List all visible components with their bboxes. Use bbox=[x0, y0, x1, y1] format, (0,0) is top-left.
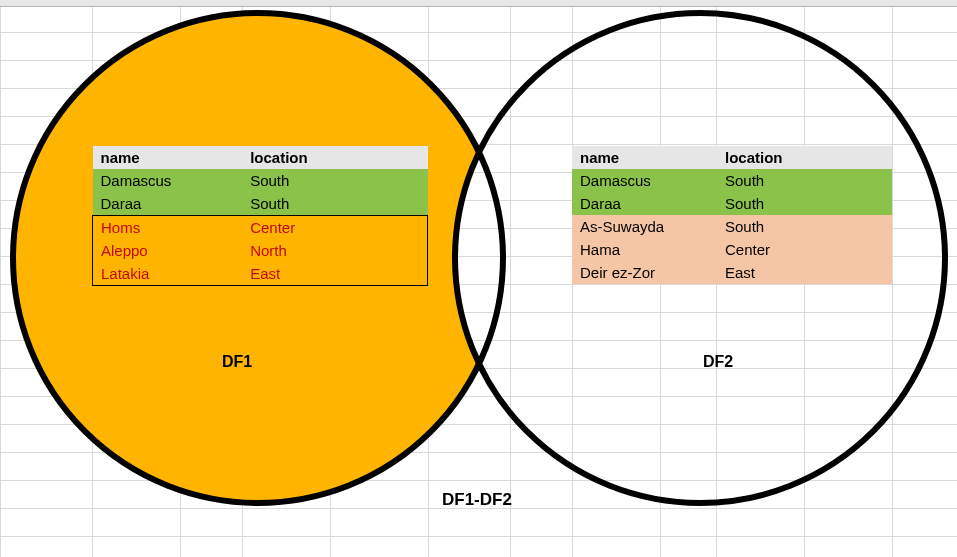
table-row: Damascus South bbox=[93, 169, 428, 192]
cell-name: Homs bbox=[93, 216, 243, 240]
table-row: Homs Center bbox=[93, 216, 428, 240]
table-row: As-Suwayda South bbox=[572, 215, 892, 238]
col-location: location bbox=[242, 146, 427, 169]
cell-location: East bbox=[717, 261, 892, 284]
cell-location: South bbox=[717, 192, 892, 215]
table-df2: name location Damascus South Daraa South… bbox=[572, 146, 892, 284]
cell-location: Center bbox=[242, 216, 427, 240]
cell-name: Hama bbox=[572, 238, 717, 261]
label-diff: DF1-DF2 bbox=[442, 490, 512, 510]
cell-location: Center bbox=[717, 238, 892, 261]
table-row: Hama Center bbox=[572, 238, 892, 261]
label-df2: DF2 bbox=[703, 353, 733, 371]
cell-location: South bbox=[242, 192, 427, 216]
table-row: Aleppo North bbox=[93, 239, 428, 262]
cell-name: Damascus bbox=[572, 169, 717, 192]
cell-name: Daraa bbox=[93, 192, 243, 216]
table-header-row: name location bbox=[93, 146, 428, 169]
col-name: name bbox=[572, 146, 717, 169]
table-row: Latakia East bbox=[93, 262, 428, 286]
col-name: name bbox=[93, 146, 243, 169]
cell-name: Deir ez-Zor bbox=[572, 261, 717, 284]
cell-name: Daraa bbox=[572, 192, 717, 215]
cell-name: Latakia bbox=[93, 262, 243, 286]
col-location: location bbox=[717, 146, 892, 169]
worksheet: name location Damascus South Daraa South… bbox=[0, 0, 957, 557]
cell-name: Damascus bbox=[93, 169, 243, 192]
table-row: Daraa South bbox=[93, 192, 428, 216]
cell-location: South bbox=[717, 215, 892, 238]
cell-name: As-Suwayda bbox=[572, 215, 717, 238]
cell-name: Aleppo bbox=[93, 239, 243, 262]
label-df1: DF1 bbox=[222, 353, 252, 371]
cell-location: North bbox=[242, 239, 427, 262]
table-header-row: name location bbox=[572, 146, 892, 169]
cell-location: East bbox=[242, 262, 427, 286]
table-row: Daraa South bbox=[572, 192, 892, 215]
cell-location: South bbox=[242, 169, 427, 192]
table-row: Damascus South bbox=[572, 169, 892, 192]
table-df1: name location Damascus South Daraa South… bbox=[92, 146, 428, 286]
cell-location: South bbox=[717, 169, 892, 192]
table-row: Deir ez-Zor East bbox=[572, 261, 892, 284]
